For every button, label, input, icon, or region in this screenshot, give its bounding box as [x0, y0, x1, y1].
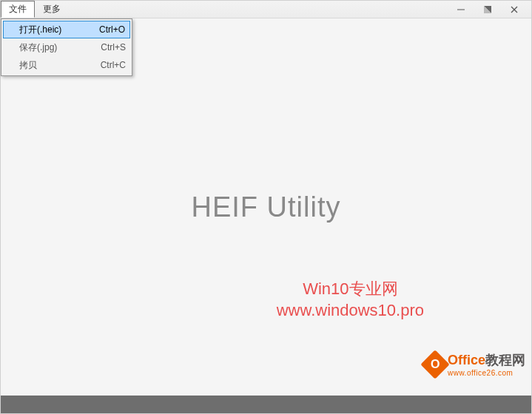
office-name: Office教程网	[448, 351, 525, 369]
close-button[interactable]	[508, 3, 521, 16]
menu-file-label: 文件	[9, 3, 27, 16]
office-logo-icon: O	[420, 350, 450, 379]
menubar: 文件 打开(.heic) Ctrl+O 保存(.jpg) Ctrl+S	[1, 1, 69, 18]
watermark-line1: Win10专业网	[277, 278, 424, 300]
menu-open-label: 打开(.heic)	[19, 24, 92, 36]
menu-save-label: 保存(.jpg)	[19, 41, 93, 54]
menu-save-shortcut: Ctrl+S	[101, 42, 126, 52]
titlebar: 文件 打开(.heic) Ctrl+O 保存(.jpg) Ctrl+S	[1, 1, 531, 18]
menu-copy-shortcut: Ctrl+C	[101, 60, 126, 70]
menu-copy[interactable]: 拷贝 Ctrl+C	[3, 56, 130, 74]
menu-more-label: 更多	[43, 3, 61, 16]
office-name-suffix: 教程网	[485, 353, 525, 367]
menu-file[interactable]: 文件 打开(.heic) Ctrl+O 保存(.jpg) Ctrl+S	[1, 1, 35, 18]
menu-open-shortcut: Ctrl+O	[99, 24, 125, 35]
menu-copy-label: 拷贝	[19, 59, 93, 72]
app-window: 文件 打开(.heic) Ctrl+O 保存(.jpg) Ctrl+S	[0, 0, 532, 414]
menu-save-jpg[interactable]: 保存(.jpg) Ctrl+S	[3, 38, 130, 56]
maximize-button[interactable]	[481, 3, 494, 16]
office-name-colored: Office	[448, 353, 485, 367]
file-dropdown: 打开(.heic) Ctrl+O 保存(.jpg) Ctrl+S 拷贝 Ctrl…	[1, 18, 132, 76]
watermark-office26: O Office教程网 www.office26.com	[425, 351, 525, 377]
menu-open-heic[interactable]: 打开(.heic) Ctrl+O	[3, 21, 130, 38]
watermark-line2: www.windows10.pro	[277, 299, 424, 322]
office-text: Office教程网 www.office26.com	[448, 351, 525, 377]
minimize-button[interactable]	[454, 3, 468, 16]
statusbar	[1, 396, 531, 413]
office-url: www.office26.com	[448, 369, 525, 377]
window-controls	[454, 1, 531, 18]
app-title: HEIF Utility	[192, 191, 341, 223]
office-logo-letter: O	[431, 357, 440, 370]
watermark-win10pro: Win10专业网 www.windows10.pro	[277, 278, 424, 322]
menu-more[interactable]: 更多	[35, 1, 69, 18]
